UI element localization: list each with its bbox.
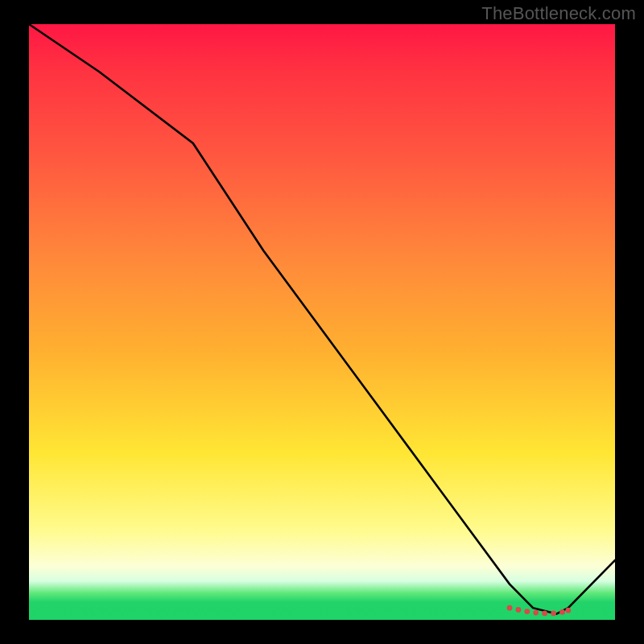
marker-dot [559, 609, 565, 615]
line-series-curve [29, 24, 615, 614]
marker-dot [516, 607, 522, 613]
watermark-text: TheBottleneck.com [481, 3, 636, 24]
marker-dot [507, 605, 513, 611]
marker-dot [533, 610, 539, 616]
marker-dot [565, 608, 571, 613]
marker-dot [524, 609, 530, 614]
marker-dot [542, 611, 547, 617]
chart-svg [29, 24, 615, 620]
marker-dot [551, 611, 556, 617]
chart-frame: TheBottleneck.com [0, 0, 644, 644]
plot-area [29, 24, 615, 620]
marker-group [507, 605, 572, 617]
